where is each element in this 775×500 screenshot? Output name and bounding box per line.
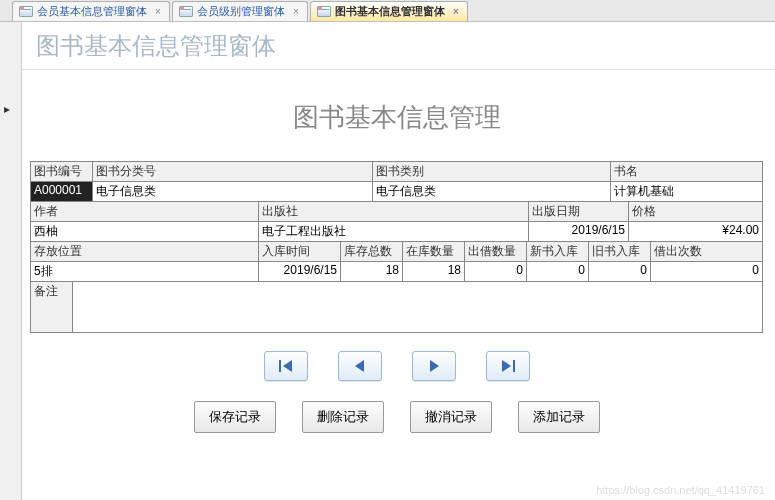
form-icon	[317, 6, 331, 17]
label-new-in: 新书入库	[527, 242, 589, 262]
new-in-field[interactable]: 0	[527, 262, 589, 282]
first-record-button[interactable]	[264, 351, 308, 381]
category-no-field[interactable]: 电子信息类	[93, 182, 373, 202]
memo-field[interactable]	[73, 282, 762, 332]
page-title: 图书基本信息管理	[30, 100, 763, 135]
label-memo: 备注	[31, 282, 73, 332]
label-category-no: 图书分类号	[93, 162, 373, 182]
save-button[interactable]: 保存记录	[194, 401, 276, 433]
stock-date-field[interactable]: 2019/6/15	[259, 262, 341, 282]
svg-marker-1	[283, 360, 292, 372]
tab-member-info[interactable]: 会员基本信息管理窗体×	[12, 1, 170, 21]
label-location: 存放位置	[31, 242, 259, 262]
nav-button-row	[30, 351, 763, 381]
lend-count-field[interactable]: 0	[651, 262, 762, 282]
svg-marker-4	[502, 360, 511, 372]
close-icon[interactable]: ×	[291, 7, 301, 17]
cancel-button[interactable]: 撤消记录	[410, 401, 492, 433]
form-icon	[179, 6, 193, 17]
watermark: https://blog.csdn.net/qq_41419761	[596, 484, 765, 496]
label-category: 图书类别	[373, 162, 611, 182]
form-header: 图书基本信息管理窗体	[22, 22, 775, 70]
book-no-field[interactable]: A000001	[31, 182, 93, 202]
publisher-field[interactable]: 电子工程出版社	[259, 222, 529, 242]
label-total: 库存总数	[341, 242, 403, 262]
svg-rect-0	[279, 360, 281, 372]
form-icon	[19, 6, 33, 17]
pub-date-field[interactable]: 2019/6/15	[529, 222, 629, 242]
location-field[interactable]: 5排	[31, 262, 259, 282]
label-lend-count: 借出次数	[651, 242, 762, 262]
tab-label: 会员基本信息管理窗体	[37, 4, 147, 19]
add-button[interactable]: 添加记录	[518, 401, 600, 433]
data-grid: 图书编号 图书分类号 图书类别 书名 A000001 电子信息类 电子信息类 计…	[30, 161, 763, 333]
tab-member-level[interactable]: 会员级别管理窗体×	[172, 1, 308, 21]
in-stock-field[interactable]: 18	[403, 262, 465, 282]
form-content: 图书基本信息管理 图书编号 图书分类号 图书类别 书名 A000001 电子信息…	[22, 70, 775, 433]
prev-record-button[interactable]	[338, 351, 382, 381]
svg-marker-2	[355, 360, 364, 372]
tab-label: 会员级别管理窗体	[197, 4, 285, 19]
svg-rect-5	[513, 360, 515, 372]
delete-button[interactable]: 删除记录	[302, 401, 384, 433]
label-price: 价格	[629, 202, 762, 222]
form-header-title: 图书基本信息管理窗体	[36, 30, 276, 62]
tab-label: 图书基本信息管理窗体	[335, 4, 445, 19]
next-record-button[interactable]	[412, 351, 456, 381]
svg-marker-3	[430, 360, 439, 372]
tab-book-info[interactable]: 图书基本信息管理窗体×	[310, 1, 468, 21]
author-field[interactable]: 西柚	[31, 222, 259, 242]
label-book-no: 图书编号	[31, 162, 93, 182]
label-in-stock: 在库数量	[403, 242, 465, 262]
title-field[interactable]: 计算机基础	[611, 182, 762, 202]
current-record-marker: ▸	[4, 102, 10, 116]
record-selector-gutter: ▸	[0, 22, 22, 500]
action-button-row: 保存记录 删除记录 撤消记录 添加记录	[30, 401, 763, 433]
label-pub-date: 出版日期	[529, 202, 629, 222]
label-author: 作者	[31, 202, 259, 222]
price-field[interactable]: ¥24.00	[629, 222, 762, 242]
label-stock-date: 入库时间	[259, 242, 341, 262]
label-title: 书名	[611, 162, 762, 182]
label-lent: 出借数量	[465, 242, 527, 262]
lent-field[interactable]: 0	[465, 262, 527, 282]
total-field[interactable]: 18	[341, 262, 403, 282]
last-record-button[interactable]	[486, 351, 530, 381]
label-publisher: 出版社	[259, 202, 529, 222]
label-old-in: 旧书入库	[589, 242, 651, 262]
close-icon[interactable]: ×	[153, 7, 163, 17]
category-field[interactable]: 电子信息类	[373, 182, 611, 202]
close-icon[interactable]: ×	[451, 7, 461, 17]
tab-bar: 会员基本信息管理窗体× 会员级别管理窗体× 图书基本信息管理窗体×	[0, 0, 775, 22]
old-in-field[interactable]: 0	[589, 262, 651, 282]
